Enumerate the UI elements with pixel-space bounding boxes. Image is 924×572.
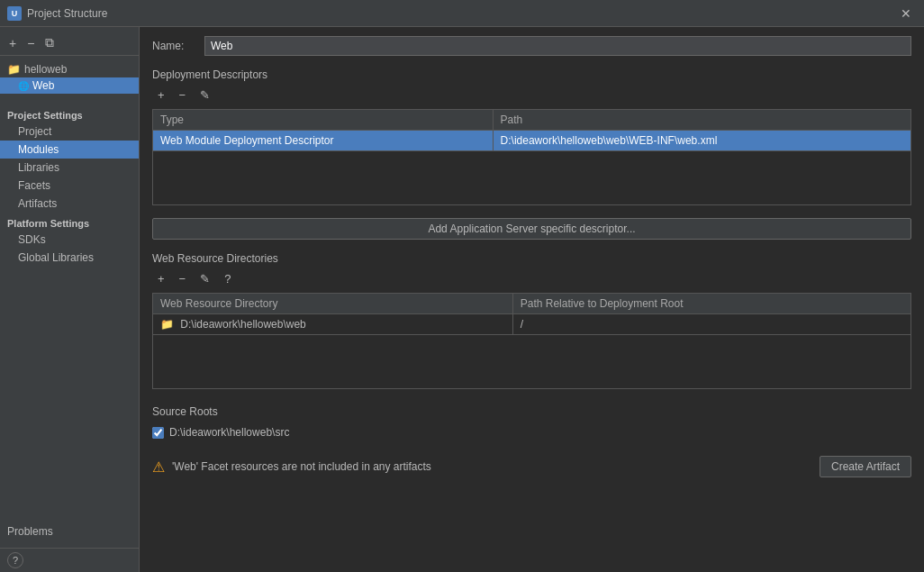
sidebar-bottom-bar: ?	[0, 548, 139, 572]
artifacts-label: Artifacts	[18, 197, 57, 210]
platform-settings-label: Platform Settings	[0, 213, 139, 231]
dd-table: Type Path Web Module Deployment Descript…	[152, 109, 911, 205]
project-label: Project	[18, 125, 51, 138]
sidebar-item-problems[interactable]: Problems	[0, 522, 139, 540]
source-root-row: D:\ideawork\helloweb\src	[152, 423, 911, 441]
global-libraries-label: Global Libraries	[18, 251, 94, 264]
source-root-checkbox[interactable]	[152, 427, 164, 439]
module-tree: 📁 helloweb 🌐 Web	[0, 59, 139, 95]
dd-remove-button[interactable]: −	[174, 86, 192, 104]
tree-item-label: helloweb	[24, 63, 67, 76]
table-row[interactable]: Web Module Deployment Descriptor D:\idea…	[153, 131, 911, 151]
sidebar-item-modules[interactable]: Modules	[0, 141, 139, 159]
project-settings-label: Project Settings	[0, 104, 139, 123]
tree-item-web[interactable]: 🌐 Web	[0, 77, 139, 94]
wrd-col-relative-path: Path Relative to Deployment Root	[512, 294, 910, 314]
warning-row: ⚠ 'Web' Facet resources are not included…	[152, 450, 911, 483]
copy-module-button[interactable]: ⧉	[41, 34, 58, 51]
wrd-edit-button[interactable]: ✎	[195, 270, 215, 287]
tree-item-label: Web	[32, 79, 54, 92]
source-root-path: D:\ideawork\helloweb\src	[169, 426, 289, 439]
window-title: Project Structure	[27, 7, 895, 20]
name-input[interactable]	[204, 36, 911, 56]
remove-module-button[interactable]: −	[23, 35, 38, 51]
sidebar-item-project[interactable]: Project	[0, 123, 139, 141]
sidebar-item-artifacts[interactable]: Artifacts	[0, 195, 139, 213]
close-button[interactable]: ✕	[895, 5, 917, 23]
sidebar: + − ⧉ 📁 helloweb 🌐 Web Project Settings …	[0, 27, 140, 572]
source-roots-header: Source Roots	[152, 405, 911, 418]
wrd-col-directory: Web Resource Directory	[153, 294, 513, 314]
folder-icon: 📁	[160, 318, 174, 331]
dd-row-type: Web Module Deployment Descriptor	[153, 131, 494, 151]
name-row: Name:	[152, 36, 911, 56]
wrd-add-button[interactable]: +	[152, 270, 170, 287]
warning-text: 'Web' Facet resources are not included i…	[172, 460, 812, 473]
folder-icon: 📁	[7, 63, 21, 76]
dd-col-type: Type	[153, 110, 494, 131]
modules-label: Modules	[18, 143, 59, 156]
content-area: Name: Deployment Descriptors + − ✎ Type …	[140, 27, 924, 572]
wrd-remove-button[interactable]: −	[174, 270, 192, 287]
libraries-label: Libraries	[18, 161, 59, 174]
app-icon: U	[7, 6, 22, 21]
wrd-help-button[interactable]: ?	[219, 270, 236, 287]
wrd-row-directory: 📁 D:\ideawork\helloweb\web	[153, 314, 513, 335]
table-row-empty	[153, 151, 911, 205]
sdks-label: SDKs	[18, 233, 46, 246]
sidebar-item-global-libraries[interactable]: Global Libraries	[0, 249, 139, 267]
sidebar-item-facets[interactable]: Facets	[0, 177, 139, 195]
add-module-button[interactable]: +	[5, 35, 20, 51]
sidebar-item-libraries[interactable]: Libraries	[0, 159, 139, 177]
dd-col-path: Path	[493, 110, 910, 131]
web-resource-dirs-header: Web Resource Directories	[152, 252, 911, 265]
table-row-empty	[153, 335, 911, 389]
table-row[interactable]: 📁 D:\ideawork\helloweb\web /	[153, 314, 911, 335]
title-bar: U Project Structure ✕	[0, 0, 924, 27]
dd-edit-button[interactable]: ✎	[195, 86, 215, 104]
dd-add-button[interactable]: +	[152, 86, 170, 104]
sidebar-item-sdks[interactable]: SDKs	[0, 231, 139, 249]
help-button[interactable]: ?	[7, 552, 23, 568]
dd-row-path: D:\ideawork\helloweb\web\WEB-INF\web.xml	[493, 131, 910, 151]
problems-label: Problems	[7, 525, 53, 538]
main-layout: + − ⧉ 📁 helloweb 🌐 Web Project Settings …	[0, 27, 924, 572]
wrd-row-relative-path: /	[512, 314, 910, 335]
web-module-icon: 🌐	[18, 81, 29, 91]
tree-item-helloweb[interactable]: 📁 helloweb	[0, 61, 139, 77]
facets-label: Facets	[18, 179, 50, 192]
name-label: Name:	[152, 40, 197, 52]
deployment-descriptors-header: Deployment Descriptors	[152, 68, 911, 81]
dd-toolbar: + − ✎	[152, 86, 911, 104]
wrd-table: Web Resource Directory Path Relative to …	[152, 293, 911, 389]
module-tree-toolbar: + − ⧉	[0, 31, 139, 56]
create-artifact-button[interactable]: Create Artifact	[820, 456, 911, 477]
warning-icon: ⚠	[152, 459, 165, 476]
wrd-toolbar: + − ✎ ?	[152, 270, 911, 287]
add-server-descriptor-button[interactable]: Add Application Server specific descript…	[152, 218, 911, 240]
